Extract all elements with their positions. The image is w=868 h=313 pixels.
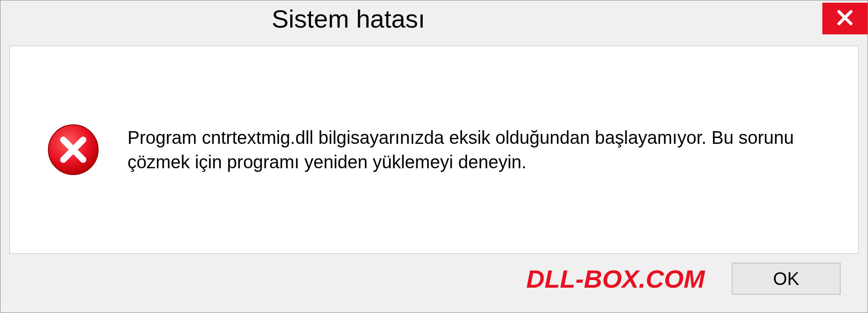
- error-message-text: Program cntrtextmig.dll bilgisayarınızda…: [127, 125, 831, 174]
- error-icon: [46, 123, 100, 177]
- titlebar: Sistem hatası: [0, 0, 868, 37]
- content-wrapper: Program cntrtextmig.dll bilgisayarınızda…: [0, 37, 868, 313]
- close-icon: [836, 9, 854, 28]
- message-panel: Program cntrtextmig.dll bilgisayarınızda…: [9, 46, 859, 254]
- ok-button[interactable]: OK: [732, 263, 840, 294]
- dialog-footer: DLL-BOX.COM OK: [9, 254, 859, 304]
- watermark-text: DLL-BOX.COM: [526, 264, 705, 294]
- dialog-title: Sistem hatası: [272, 4, 425, 33]
- close-button[interactable]: [822, 3, 868, 34]
- error-icon-wrapper: [46, 123, 100, 177]
